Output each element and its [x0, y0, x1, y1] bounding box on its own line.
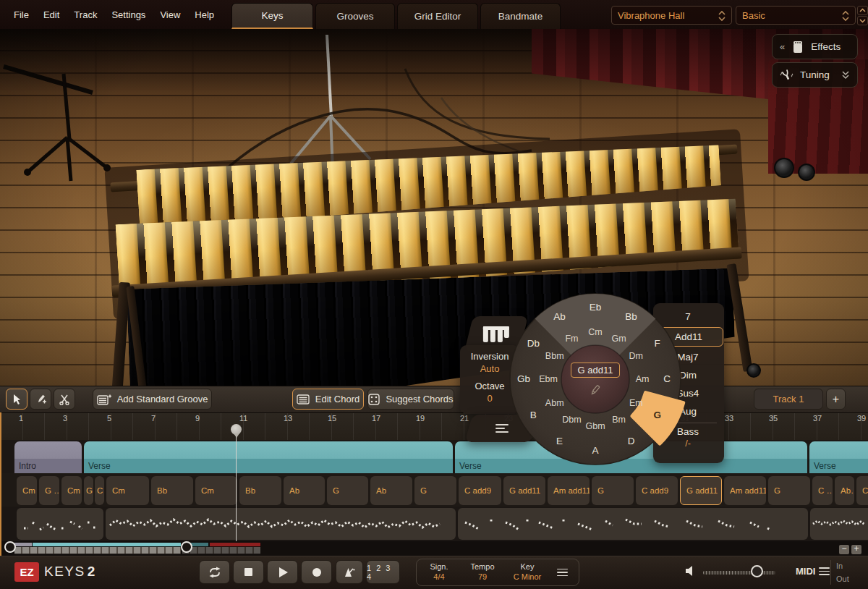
midi-menu-icon[interactable]	[819, 567, 830, 575]
record-button[interactable]	[301, 560, 332, 584]
wheel-outer-label[interactable]: Bb	[625, 311, 637, 322]
metronome-button[interactable]	[336, 560, 363, 584]
key-display[interactable]: Key C Minor	[503, 562, 551, 582]
midi-clip[interactable]	[810, 508, 868, 540]
draw-tool-button[interactable]	[30, 389, 51, 410]
wheel-outer-label[interactable]: B	[530, 410, 537, 420]
chord-block[interactable]: Am add11	[548, 476, 590, 505]
chord-block[interactable]: G	[592, 476, 634, 505]
chord-block[interactable]: C add9	[636, 476, 678, 505]
tab-bandmate[interactable]: Bandmate	[480, 3, 561, 29]
tuning-button[interactable]: Tuning	[772, 62, 858, 88]
wheel-inner-label[interactable]: Fm	[565, 334, 578, 344]
chord-block[interactable]: Cm	[195, 476, 237, 505]
wheel-inner-label[interactable]: Gm	[611, 334, 626, 344]
wheel-outer-label[interactable]: Gb	[517, 373, 530, 384]
wheel-outer-label[interactable]: F	[655, 338, 660, 349]
menu-view[interactable]: View	[153, 7, 187, 23]
loop-start-handle[interactable]	[4, 541, 16, 553]
chord-block[interactable]: Ab…	[835, 476, 854, 505]
chord-block-selected[interactable]: G add11	[680, 476, 722, 505]
menu-settings[interactable]: Settings	[105, 7, 152, 23]
chord-block[interactable]: Bb	[239, 476, 281, 505]
wheel-outer-label[interactable]: Eb	[590, 302, 602, 313]
add-standard-groove-button[interactable]: Add Standard Groove	[93, 389, 212, 410]
chord-block[interactable]: C	[95, 476, 104, 505]
wheel-outer-label[interactable]: Ab	[553, 311, 566, 322]
effects-button[interactable]: « Effects	[772, 34, 858, 59]
section-intro[interactable]: Intro	[14, 441, 82, 473]
chord-block[interactable]: Cm	[61, 476, 82, 505]
menu-file[interactable]: File	[7, 7, 35, 23]
wheel-inner-label[interactable]: Bm	[612, 415, 626, 425]
song-settings-menu-icon[interactable]	[557, 569, 568, 577]
wheel-outer-label[interactable]: Db	[527, 338, 540, 349]
wheel-inner-label[interactable]: Dbm	[562, 415, 581, 425]
chord-block[interactable]: Am add11	[724, 476, 766, 505]
chord-block[interactable]: Ab	[370, 476, 412, 505]
wheel-inner-label[interactable]: Em	[629, 398, 643, 408]
sound-preset-dropdown[interactable]: Vibraphone Hall	[611, 6, 732, 25]
menu-track[interactable]: Track	[67, 7, 103, 23]
wheel-outer-label[interactable]: C	[663, 373, 671, 384]
add-track-button[interactable]: +	[826, 389, 846, 410]
chord-block[interactable]: G …	[39, 476, 59, 505]
volume-slider-knob[interactable]	[751, 565, 763, 577]
midi-clip[interactable]	[458, 508, 808, 540]
stop-button[interactable]	[233, 560, 264, 584]
chord-block[interactable]: C …	[812, 476, 833, 505]
zoom-in-button[interactable]: +	[851, 545, 861, 554]
tempo-display[interactable]: Tempo 79	[461, 562, 503, 582]
wheel-outer-label-selected[interactable]: G	[653, 410, 661, 420]
count-in-button[interactable]: 1 2 3 4	[366, 560, 400, 584]
chord-block[interactable]: G add11	[503, 476, 545, 505]
midi-clip[interactable]	[106, 508, 456, 540]
chord-block[interactable]: Ab	[284, 476, 325, 505]
chord-block[interactable]: C …	[856, 476, 868, 505]
menu-help[interactable]: Help	[188, 7, 221, 23]
edit-chord-button[interactable]: Edit Chord	[292, 389, 364, 410]
wheel-inner-label[interactable]: Abm	[545, 398, 564, 408]
wheel-inner-label[interactable]: Bbm	[545, 351, 564, 361]
wheel-inner-label[interactable]: Dm	[629, 351, 643, 361]
section-verse-1[interactable]: Verse	[84, 441, 453, 473]
overview-navigator[interactable]	[0, 541, 868, 556]
midi-clip[interactable]	[17, 508, 103, 540]
preset-next-button[interactable]	[857, 16, 868, 25]
signature-display[interactable]: Sign. 4/4	[417, 562, 461, 582]
tab-grooves[interactable]: Grooves	[315, 3, 395, 29]
zoom-out-button[interactable]: −	[839, 545, 849, 554]
wheel-inner-label[interactable]: Am	[636, 374, 650, 384]
chord-block[interactable]: G	[414, 476, 456, 505]
wheel-outer-label[interactable]: A	[592, 445, 598, 456]
cut-tool-button[interactable]	[54, 389, 75, 410]
chord-block[interactable]: Bb	[151, 476, 193, 505]
preset-prev-button[interactable]	[857, 6, 868, 15]
midi-preset-dropdown[interactable]: Basic	[736, 6, 856, 25]
volume-slider-track[interactable]	[703, 571, 775, 575]
wheel-inner-label[interactable]: Ebm	[539, 374, 558, 384]
pointer-tool-button[interactable]	[6, 389, 27, 410]
tab-keys[interactable]: Keys	[231, 3, 313, 29]
wheel-outer-label[interactable]: E	[556, 436, 563, 446]
track-tab[interactable]: Track 1	[754, 389, 823, 410]
edit-chord-pencil-icon[interactable]	[589, 384, 602, 397]
wheel-inner-label[interactable]: Gbm	[585, 421, 605, 431]
wheel-outer-label[interactable]: D	[628, 436, 635, 446]
chord-block[interactable]: G	[768, 476, 810, 505]
chord-block[interactable]: G	[84, 476, 93, 505]
menu-edit[interactable]: Edit	[37, 7, 66, 23]
speaker-icon[interactable]	[684, 565, 697, 577]
suggest-chords-button[interactable]: Suggest Chords	[367, 389, 454, 410]
tab-grid-editor[interactable]: Grid Editor	[397, 3, 478, 29]
loop-end-handle[interactable]	[181, 541, 192, 553]
timeline-ruler[interactable]	[0, 412, 868, 441]
wheel-inner-label[interactable]: Cm	[588, 327, 602, 337]
chord-block[interactable]: Cm	[106, 476, 149, 505]
section-verse-3[interactable]: Verse	[809, 441, 868, 473]
current-chord-display[interactable]: G add11	[571, 363, 621, 378]
chord-block[interactable]: G	[327, 476, 368, 505]
loop-button[interactable]	[199, 560, 230, 584]
chord-wheel[interactable]: Eb Bb F C G D A E B Gb Db Ab Cm Gm Dm Am…	[501, 285, 689, 473]
chord-block[interactable]: C add9	[459, 476, 501, 505]
